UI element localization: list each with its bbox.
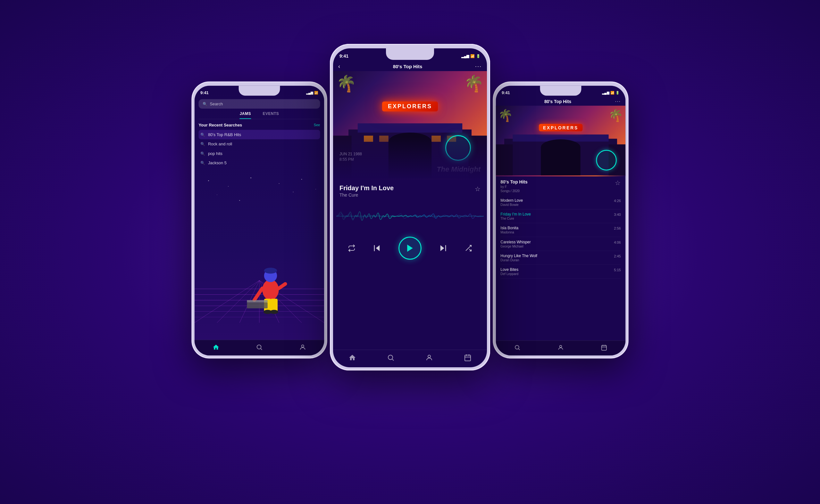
waveform-svg [336, 200, 484, 232]
phone-center: 9:41 ▂▄▆ 📶 🔋 ‹ 80's Top Hits ··· [330, 44, 490, 370]
nav-search-left[interactable] [256, 344, 263, 351]
svg-point-4 [301, 179, 302, 180]
search-item-text-3: Jackson 5 [208, 160, 227, 165]
album-art: 🌴 🌴 [333, 71, 487, 180]
track-duration-4: 2:45 [614, 254, 621, 258]
svg-point-69 [560, 345, 562, 348]
signal-icon: ▂▄▆ [306, 91, 313, 95]
playlist-info: 80's Top Hits by F Songs / 2020 [500, 179, 527, 192]
track-item-4[interactable]: Hungry Like The Wolf Duran Duran 2:45 [500, 251, 621, 265]
search-placeholder: Search [210, 102, 223, 106]
center-signal-icon: ▂▄▆ [461, 54, 469, 58]
svg-line-34 [261, 349, 262, 350]
nav-profile-left[interactable] [299, 344, 306, 351]
svg-point-56 [428, 355, 430, 358]
recent-header: Your Recent Searches See [198, 123, 320, 127]
svg-point-1 [228, 186, 229, 187]
svg-line-26 [279, 284, 285, 289]
nav-profile-center[interactable] [425, 354, 433, 362]
search-item-icon-3: 🔍 [200, 161, 205, 165]
left-screen: 9:41 ▂▄▆ 📶 🔍 Search JAMS [194, 85, 324, 355]
svg-marker-47 [376, 245, 380, 251]
tab-jams[interactable]: JAMS [240, 111, 251, 119]
svg-line-25 [254, 288, 262, 300]
waveform [333, 200, 487, 232]
notch-right [540, 85, 581, 95]
svg-point-0 [208, 180, 209, 181]
right-palm-left: 🌴 [498, 109, 513, 122]
svg-rect-65 [496, 144, 513, 175]
prev-button[interactable] [373, 244, 381, 253]
svg-point-8 [293, 192, 294, 192]
search-item-icon-2: 🔍 [200, 151, 205, 156]
track-item-5[interactable]: Love Bites Def Leppard 5:15 [500, 265, 621, 279]
svg-rect-70 [601, 345, 606, 350]
album-art-overlay [333, 71, 487, 180]
track-artist-5: Def Leppard [500, 272, 614, 276]
right-status-icons: ▂▄▆ 📶 🔋 [602, 91, 620, 95]
playlist-more-button[interactable]: ··· [615, 99, 621, 104]
next-button[interactable] [439, 244, 447, 253]
track-info-2: Isla Bonita Madonna [500, 226, 614, 234]
track-artist-2: Madonna [500, 231, 614, 234]
svg-point-64 [541, 139, 580, 155]
nav-home-center[interactable] [349, 354, 356, 362]
recent-searches-section: Your Recent Searches See 🔍 80's Top R&B … [194, 119, 324, 169]
favorite-button[interactable]: ☆ [475, 185, 480, 193]
track-info-4: Hungry Like The Wolf Duran Duran [500, 254, 614, 262]
track-artist-0: David Bowie [500, 203, 614, 207]
svg-point-54 [388, 355, 393, 360]
shuffle-button[interactable] [464, 244, 472, 252]
track-name-4: Hungry Like The Wolf [500, 254, 614, 258]
nav-calendar-right[interactable] [601, 344, 607, 351]
svg-rect-57 [465, 355, 471, 361]
track-item-1[interactable]: Friday I'm In Love The Cure 3:40 [500, 209, 621, 223]
svg-point-24 [264, 268, 277, 273]
playlist-star-button[interactable]: ☆ [615, 179, 621, 187]
playlist-header-title: 80's Top Hits [544, 99, 571, 104]
nav-home-left[interactable] [213, 344, 220, 351]
nav-search-right[interactable] [514, 344, 521, 351]
svg-point-30 [270, 310, 278, 314]
svg-point-2 [250, 177, 252, 179]
search-item-0[interactable]: 🔍 80's Top R&B Hits [198, 130, 320, 139]
svg-point-3 [279, 183, 280, 184]
playlist-songs: Songs / 2020 [500, 189, 527, 192]
song-title: Friday I'm In Love [340, 184, 394, 192]
track-artist-3: George Michael [500, 244, 614, 248]
svg-line-55 [392, 359, 394, 361]
search-item-2[interactable]: 🔍 pop hits [198, 149, 320, 158]
svg-point-7 [239, 200, 240, 201]
battery-icon: 🔋 [476, 54, 480, 58]
play-button[interactable] [398, 237, 422, 260]
track-duration-1: 3:40 [614, 213, 621, 217]
left-time: 9:41 [200, 90, 209, 95]
playlist-name: 80's Top Hits [500, 179, 527, 184]
tab-events[interactable]: EVENTS [263, 111, 279, 119]
search-item-1[interactable]: 🔍 Rock and roll [198, 139, 320, 149]
track-item-2[interactable]: Isla Bonita Madonna 2:56 [500, 223, 621, 237]
nav-calendar-center[interactable] [464, 354, 471, 362]
track-item-0[interactable]: Modern Love David Bowie 4:26 [500, 196, 621, 209]
track-item-3[interactable]: Careless Whisper George Michael 4:06 [500, 237, 621, 251]
search-area: 🔍 Search [194, 97, 324, 109]
nav-search-center[interactable] [387, 354, 395, 362]
back-button[interactable]: ‹ [338, 63, 340, 70]
track-name-2: Isla Bonita [500, 226, 614, 230]
track-duration-0: 4:26 [614, 199, 621, 203]
more-options-button[interactable]: ··· [475, 63, 482, 70]
right-teal-circle [596, 150, 617, 170]
track-info-0: Modern Love David Bowie [500, 198, 614, 207]
right-time: 9:41 [502, 90, 510, 95]
search-bar[interactable]: 🔍 Search [198, 99, 320, 109]
center-status-icons: ▂▄▆ 📶 🔋 [461, 54, 480, 58]
svg-line-68 [519, 349, 520, 350]
playlist-header: 80's Top Hits ··· [496, 97, 626, 106]
repeat-button[interactable] [348, 244, 356, 252]
track-artist-4: Duran Duran [500, 258, 614, 262]
nav-profile-right[interactable] [557, 344, 564, 351]
search-item-3[interactable]: 🔍 Jackson 5 [198, 158, 320, 167]
center-wifi-icon: 📶 [470, 54, 475, 58]
see-all-link[interactable]: See [314, 123, 320, 127]
track-list: Modern Love David Bowie 4:26 Friday I'm … [496, 196, 626, 341]
